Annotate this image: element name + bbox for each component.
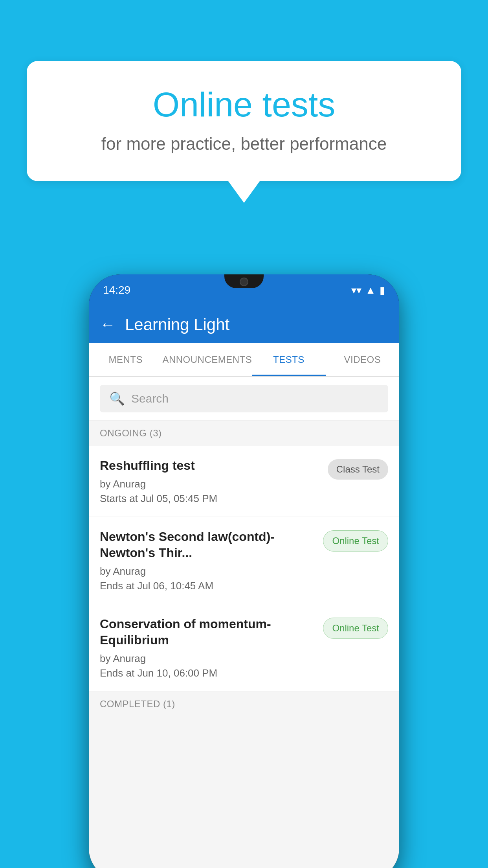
speech-bubble-title: Online tests (58, 85, 430, 125)
test-badge: Class Test (328, 459, 388, 480)
test-item-time: Starts at Jul 05, 05:45 PM (100, 493, 320, 505)
phone-notch (224, 274, 264, 288)
battery-icon: ▮ (380, 284, 385, 296)
tabs-container: MENTS ANNOUNCEMENTS TESTS VIDEOS (89, 343, 399, 377)
completed-section-label: COMPLETED (1) (89, 691, 399, 717)
test-item-author: by Anurag (100, 653, 315, 665)
app-bar: ← Learning Light (89, 306, 399, 343)
test-item-content: Reshuffling test by Anurag Starts at Jul… (100, 458, 320, 505)
test-item-time: Ends at Jun 10, 06:00 PM (100, 667, 315, 679)
list-item[interactable]: Newton's Second law(contd)-Newton's Thir… (89, 517, 399, 604)
app-bar-title: Learning Light (125, 315, 229, 334)
status-icons: ▾▾ ▲ ▮ (351, 284, 385, 296)
search-input-wrapper[interactable]: 🔍 Search (100, 385, 388, 412)
speech-bubble-section: Online tests for more practice, better p… (27, 61, 461, 203)
test-item-title: Newton's Second law(contd)-Newton's Thir… (100, 529, 315, 561)
search-placeholder: Search (131, 392, 169, 405)
signal-icon: ▲ (365, 284, 376, 296)
list-item[interactable]: Reshuffling test by Anurag Starts at Jul… (89, 446, 399, 517)
test-item-content: Newton's Second law(contd)-Newton's Thir… (100, 529, 315, 592)
search-icon: 🔍 (109, 391, 125, 406)
speech-bubble-tail (228, 181, 260, 203)
speech-bubble-subtitle: for more practice, better performance (58, 134, 430, 154)
status-time: 14:29 (103, 284, 130, 296)
test-item-author: by Anurag (100, 565, 315, 577)
test-badge: Online Test (323, 530, 388, 552)
tab-announcements[interactable]: ANNOUNCEMENTS (162, 343, 252, 376)
test-badge: Online Test (323, 618, 388, 639)
camera-icon (240, 278, 248, 286)
speech-bubble: Online tests for more practice, better p… (27, 61, 461, 181)
tab-videos[interactable]: VIDEOS (326, 343, 399, 376)
test-item-author: by Anurag (100, 478, 320, 490)
status-bar: 14:29 ▾▾ ▲ ▮ (89, 274, 399, 306)
tab-tests[interactable]: TESTS (252, 343, 325, 376)
test-item-content: Conservation of momentum-Equilibrium by … (100, 616, 315, 679)
test-item-title: Conservation of momentum-Equilibrium (100, 616, 315, 649)
test-item-title: Reshuffling test (100, 458, 320, 474)
tab-ments[interactable]: MENTS (89, 343, 162, 376)
phone-frame: 14:29 ▾▾ ▲ ▮ ← Learning Light MENTS ANNO… (89, 274, 399, 868)
search-bar: 🔍 Search (89, 377, 399, 421)
wifi-icon: ▾▾ (351, 284, 361, 296)
test-item-time: Ends at Jul 06, 10:45 AM (100, 580, 315, 592)
list-item[interactable]: Conservation of momentum-Equilibrium by … (89, 604, 399, 691)
back-button[interactable]: ← (100, 316, 116, 333)
ongoing-section-label: ONGOING (3) (89, 421, 399, 446)
phone-content: 🔍 Search ONGOING (3) Reshuffling test by… (89, 377, 399, 868)
